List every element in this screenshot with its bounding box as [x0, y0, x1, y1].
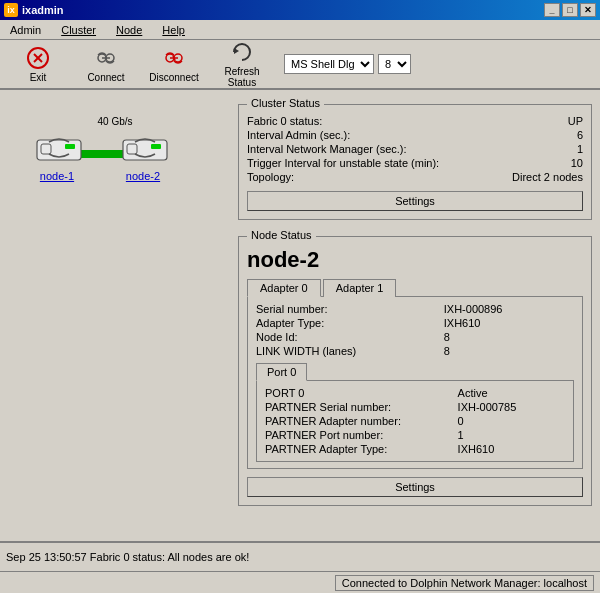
exit-label: Exit: [30, 72, 47, 83]
node-name: node-2: [247, 247, 583, 273]
left-panel: 40 Gb/s: [0, 90, 230, 541]
status-message: Sep 25 13:50:57 Fabric 0 status: All nod…: [6, 551, 249, 563]
cluster-status-grid: Fabric 0 status: UP Interval Admin (sec.…: [247, 115, 583, 183]
svg-marker-11: [234, 48, 239, 54]
link-speed-label: 40 Gb/s: [97, 116, 132, 127]
refresh-icon: [230, 40, 254, 64]
main-content: 40 Gb/s: [0, 90, 600, 541]
minimize-button[interactable]: _: [544, 3, 560, 17]
menu-admin[interactable]: Admin: [4, 24, 47, 36]
connect-label: Connect: [87, 72, 124, 83]
trigger-value: 10: [480, 157, 583, 169]
port-tab-0[interactable]: Port 0: [256, 363, 307, 381]
menu-bar: Admin Cluster Node Help: [0, 20, 600, 40]
adapter-tab-0[interactable]: Adapter 0: [247, 279, 321, 297]
toolbar-right: MS Shell Dlg 8: [284, 54, 411, 74]
serial-label: Serial number:: [256, 303, 428, 315]
node1-label[interactable]: node-1: [40, 170, 74, 182]
partner-port-value: 1: [458, 429, 565, 441]
interval-nm-value: 1: [480, 143, 583, 155]
disconnect-label: Disconnect: [149, 72, 198, 83]
disconnect-button[interactable]: Disconnect: [140, 42, 208, 86]
fabric-value: UP: [480, 115, 583, 127]
topology-value: Direct 2 nodes: [480, 171, 583, 183]
exit-button[interactable]: Exit: [4, 42, 72, 86]
node2-icon: [121, 130, 165, 166]
close-button[interactable]: ✕: [580, 3, 596, 17]
cluster-status-group: Cluster Status Fabric 0 status: UP Inter…: [238, 104, 592, 220]
status-bar: Sep 25 13:50:57 Fabric 0 status: All nod…: [0, 541, 600, 571]
right-panel: Cluster Status Fabric 0 status: UP Inter…: [230, 90, 600, 541]
adapter-tab-1[interactable]: Adapter 1: [323, 279, 397, 297]
menu-cluster[interactable]: Cluster: [55, 24, 102, 36]
title-bar-controls[interactable]: _ □ ✕: [544, 3, 596, 17]
bottom-bar: Connected to Dolphin Network Manager: lo…: [0, 571, 600, 593]
title-bar-left: ix ixadmin: [4, 3, 64, 17]
port-tab-bar: Port 0: [256, 363, 574, 381]
trigger-label: Trigger Interval for unstable state (min…: [247, 157, 472, 169]
port-content: PORT 0 Active PARTNER Serial number: IXH…: [256, 380, 574, 462]
partner-adapter-label: PARTNER Adapter number:: [265, 415, 450, 427]
port0-value: Active: [458, 387, 565, 399]
port0-label: PORT 0: [265, 387, 450, 399]
cluster-status-title: Cluster Status: [247, 97, 324, 109]
toolbar: Exit Connect Disconnect: [0, 40, 600, 90]
partner-adapter-value: 0: [458, 415, 565, 427]
refresh-label: Refresh Status: [211, 66, 273, 88]
fabric-label: Fabric 0 status:: [247, 115, 472, 127]
topology-label: Topology:: [247, 171, 472, 183]
connection-status: Connected to Dolphin Network Manager: lo…: [335, 575, 594, 591]
node-settings-button[interactable]: Settings: [247, 477, 583, 497]
node-id-value: 8: [444, 331, 574, 343]
link-width-label: LINK WIDTH (lanes): [256, 345, 428, 357]
font-size-dropdown[interactable]: 8: [378, 54, 411, 74]
node1-icon: [35, 130, 79, 166]
interval-admin-label: Interval Admin (sec.):: [247, 129, 472, 141]
maximize-button[interactable]: □: [562, 3, 578, 17]
interval-nm-label: Interval Network Manager (sec.):: [247, 143, 472, 155]
svg-rect-14: [65, 144, 75, 149]
adapter-info-grid: Serial number: IXH-000896 Adapter Type: …: [256, 303, 574, 357]
serial-value: IXH-000896: [444, 303, 574, 315]
node-id-label: Node Id:: [256, 331, 428, 343]
title-bar: ix ixadmin _ □ ✕: [0, 0, 600, 20]
app-icon: ix: [4, 3, 18, 17]
window-title: ixadmin: [22, 4, 64, 16]
disconnect-icon: [162, 46, 186, 70]
connect-icon: [94, 46, 118, 70]
shell-dropdown[interactable]: MS Shell Dlg: [284, 54, 374, 74]
node2-label[interactable]: node-2: [126, 170, 160, 182]
partner-serial-label: PARTNER Serial number:: [265, 401, 450, 413]
node1-box: node-1: [35, 130, 79, 182]
interval-admin-value: 6: [480, 129, 583, 141]
node2-box: node-2: [121, 130, 165, 182]
node-status-group: Node Status node-2 Adapter 0 Adapter 1 S…: [238, 236, 592, 506]
connect-button[interactable]: Connect: [72, 42, 140, 86]
svg-rect-17: [151, 144, 161, 149]
adapter-tab-bar: Adapter 0 Adapter 1: [247, 279, 583, 297]
adapter-type-label: Adapter Type:: [256, 317, 428, 329]
menu-node[interactable]: Node: [110, 24, 148, 36]
node-status-title: Node Status: [247, 229, 316, 241]
refresh-button[interactable]: Refresh Status: [208, 42, 276, 86]
adapter-type-value: IXH610: [444, 317, 574, 329]
exit-icon: [26, 46, 50, 70]
partner-serial-value: IXH-000785: [458, 401, 565, 413]
menu-help[interactable]: Help: [156, 24, 191, 36]
cluster-settings-button[interactable]: Settings: [247, 191, 583, 211]
port-info-grid: PORT 0 Active PARTNER Serial number: IXH…: [265, 387, 565, 455]
partner-port-label: PARTNER Port number:: [265, 429, 450, 441]
adapter-tab-content: Serial number: IXH-000896 Adapter Type: …: [247, 296, 583, 469]
cluster-diagram: 40 Gb/s: [25, 110, 205, 220]
partner-adapter-type-label: PARTNER Adapter Type:: [265, 443, 450, 455]
link-width-value: 8: [444, 345, 574, 357]
partner-adapter-type-value: IXH610: [458, 443, 565, 455]
